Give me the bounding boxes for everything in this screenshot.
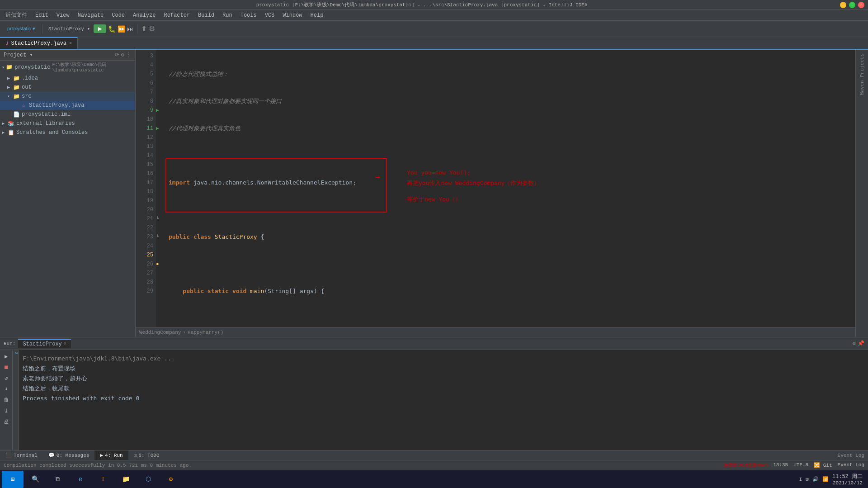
menu-file[interactable]: 近似文件 bbox=[2, 10, 31, 20]
tab-todo[interactable]: ☑ 6: TODO bbox=[128, 450, 165, 460]
console-settings-icon[interactable]: ⚙ bbox=[853, 340, 856, 347]
taskbar-intellij[interactable]: I bbox=[92, 471, 114, 488]
tree-item-src[interactable]: ▾ 📁 src bbox=[0, 92, 135, 101]
console-pin-icon[interactable]: 📌 bbox=[858, 340, 864, 347]
gear-icon[interactable]: ⋮ bbox=[126, 52, 132, 58]
toolbar-sep-1 bbox=[42, 24, 43, 33]
toolbar-sep-2 bbox=[137, 24, 137, 33]
taskview-icon: ⧉ bbox=[56, 476, 60, 483]
run-again-btn[interactable]: ▶ bbox=[2, 352, 11, 361]
code-editor[interactable]: 3 4 5 6 7 8 9 10 11 12 13 14 15 16 17 18… bbox=[136, 50, 855, 327]
taskbar-app6[interactable]: ⚙ bbox=[160, 471, 182, 488]
console-line-3: 结婚之后，收尾款 bbox=[23, 384, 864, 393]
menu-help[interactable]: Help bbox=[307, 11, 327, 19]
menu-edit[interactable]: Edit bbox=[32, 11, 52, 19]
tab-stacticproxy[interactable]: J StacticProxy.java × bbox=[0, 37, 78, 49]
tree-item-iml[interactable]: 📄 proxystatic.iml bbox=[0, 110, 135, 119]
menu-navigate[interactable]: Navigate bbox=[74, 11, 108, 19]
app6-icon: ⚙ bbox=[169, 475, 173, 483]
tab-run[interactable]: ▶ 4: Run bbox=[94, 450, 128, 460]
console-output[interactable]: F:\Environment\java\jdk1.8\bin\java.exe … bbox=[19, 350, 868, 450]
run-tab-label: StacticProxy bbox=[23, 341, 61, 347]
tree-item-idea[interactable]: ▶ 📁 .idea bbox=[0, 74, 135, 83]
sync-icon[interactable]: ⟳ bbox=[115, 52, 119, 58]
menu-vcs[interactable]: VCS bbox=[261, 11, 278, 19]
gutter-line-29: 29 bbox=[136, 287, 153, 296]
menu-tools[interactable]: Tools bbox=[237, 11, 260, 19]
close-button[interactable]: × bbox=[858, 2, 864, 8]
tree-item-extlibs[interactable]: ▶ 📚 External Libraries bbox=[0, 119, 135, 128]
title-bar: proxystatic [F:\教学\班级\Demo\代码\lambda\pro… bbox=[0, 0, 868, 10]
extlibs-icon: 📚 bbox=[7, 120, 14, 127]
code-line-3: //静态代理模式总结： bbox=[169, 70, 852, 79]
filter-btn[interactable]: ⬇ bbox=[2, 384, 11, 393]
gutter-line-28: 28 bbox=[136, 278, 153, 287]
tree-path-proxystatic: F:\教学\班级\Demo\代码\lambda\proxystatic bbox=[52, 62, 133, 73]
tray-network2: 📶 bbox=[822, 476, 829, 482]
profile-button[interactable]: ⏭ bbox=[127, 25, 133, 33]
maven-projects-label[interactable]: Maven Projects bbox=[859, 50, 865, 99]
code-line-7: import java.nio.channels.NonWritableChan… bbox=[169, 178, 852, 187]
coverage-button[interactable]: ⏩ bbox=[118, 25, 125, 33]
minimize-button[interactable]: – bbox=[840, 2, 846, 8]
stop-btn[interactable]: ⏹ bbox=[2, 363, 11, 372]
gutter-line-24: 24 bbox=[136, 242, 153, 251]
taskbar-search[interactable]: 🔍 bbox=[24, 471, 46, 488]
gutter-fold-20[interactable]: └ bbox=[156, 214, 165, 223]
tab-label: StacticProxy.java bbox=[11, 40, 66, 47]
menu-bar: 近似文件 Edit View Navigate Code Analyze Ref… bbox=[0, 10, 868, 21]
menu-refactor[interactable]: Refactor bbox=[160, 11, 193, 19]
gutter-line-8: 8 bbox=[136, 97, 153, 106]
folder-icon-idea: 📁 bbox=[13, 75, 20, 82]
vcs-button[interactable]: ⬆ bbox=[141, 24, 147, 33]
run-tab-close[interactable]: × bbox=[64, 341, 66, 346]
run-config-label: StacticProxy ▾ bbox=[47, 26, 92, 32]
console-panel: Run: StacticProxy × ⚙ 📌 ▶ ⏹ ↺ ⬇ 🗑 ⤓ 🖨 2 bbox=[0, 337, 868, 450]
event-log-label[interactable]: Event Log bbox=[838, 453, 864, 458]
clear-btn[interactable]: 🗑 bbox=[2, 395, 11, 404]
toolbar: proxystatic ▾ StacticProxy ▾ ▶ 🐛 ⏩ ⏭ ⬆ ⚙ bbox=[0, 21, 868, 37]
tree-item-stacticproxy[interactable]: ☕ StacticProxy.java bbox=[0, 101, 135, 110]
print-btn[interactable]: 🖨 bbox=[2, 417, 11, 426]
toolbar-project-btn[interactable]: proxystatic ▾ bbox=[4, 24, 39, 33]
main-layout: Project ▾ ⟳ ⚙ ⋮ ▾ 📁 proxystatic F:\教学\班级… bbox=[0, 50, 868, 337]
menu-build[interactable]: Build bbox=[194, 11, 218, 19]
menu-window[interactable]: Window bbox=[279, 11, 306, 19]
menu-code[interactable]: Code bbox=[108, 11, 128, 19]
maximize-button[interactable]: □ bbox=[849, 2, 855, 8]
console-left-strip: 2 bbox=[13, 350, 19, 450]
todo-icon: ☑ bbox=[134, 452, 137, 458]
event-log-status[interactable]: Event Log bbox=[838, 462, 864, 469]
gutter-run-9[interactable]: ▶ bbox=[156, 106, 165, 115]
tab-terminal[interactable]: ⬛ Terminal bbox=[0, 450, 43, 460]
run-button[interactable]: ▶ bbox=[94, 24, 106, 33]
menu-run[interactable]: Run bbox=[219, 11, 236, 19]
run-tab-stacticproxy[interactable]: StacticProxy × bbox=[18, 339, 71, 348]
settings-button[interactable]: ⚙ bbox=[149, 24, 155, 33]
taskbar-start[interactable]: ⊞ bbox=[2, 471, 24, 488]
gutter-line-9: 9 bbox=[136, 106, 153, 115]
tree-item-scratches[interactable]: ▶ 📋 Scratches and Consoles bbox=[0, 128, 135, 137]
rerun-btn[interactable]: ↺ bbox=[2, 374, 11, 383]
taskbar-time: 11:52 周二 bbox=[832, 473, 863, 480]
gutter-fold-22[interactable]: └ bbox=[156, 232, 165, 242]
tab-messages[interactable]: 💬 0: Messages bbox=[43, 450, 95, 460]
tab-close-icon[interactable]: × bbox=[69, 41, 72, 46]
tree-item-proxystatic[interactable]: ▾ 📁 proxystatic F:\教学\班级\Demo\代码\lambda\… bbox=[0, 61, 135, 74]
menu-analyze[interactable]: Analyze bbox=[129, 11, 159, 19]
taskbar-explorer[interactable]: 📁 bbox=[115, 471, 137, 488]
taskbar-app5[interactable]: ⬡ bbox=[137, 471, 159, 488]
debug-button[interactable]: 🐛 bbox=[108, 25, 116, 33]
scroll-end-btn[interactable]: ⤓ bbox=[2, 406, 11, 415]
settings-icon[interactable]: ⚙ bbox=[121, 52, 124, 58]
windows-icon: ⊞ bbox=[11, 475, 14, 483]
menu-view[interactable]: View bbox=[53, 11, 73, 19]
tree-item-out[interactable]: ▶ 📁 out bbox=[0, 83, 135, 92]
status-right: 法师学Java批量0804 13:35 UTF-8 🔀 Git Event Lo… bbox=[723, 462, 864, 469]
taskbar-edge[interactable]: e bbox=[70, 471, 91, 488]
gutter-icon-25[interactable]: ● bbox=[156, 260, 165, 269]
gutter-run-11[interactable]: ▶ bbox=[156, 124, 165, 133]
taskbar-taskview[interactable]: ⧉ bbox=[47, 471, 69, 488]
tray-intellij: I bbox=[799, 477, 802, 482]
code-content[interactable]: //静态代理模式总结： //真实对象和代理对象都要实现同一个接口 //代理对象要… bbox=[165, 50, 855, 327]
